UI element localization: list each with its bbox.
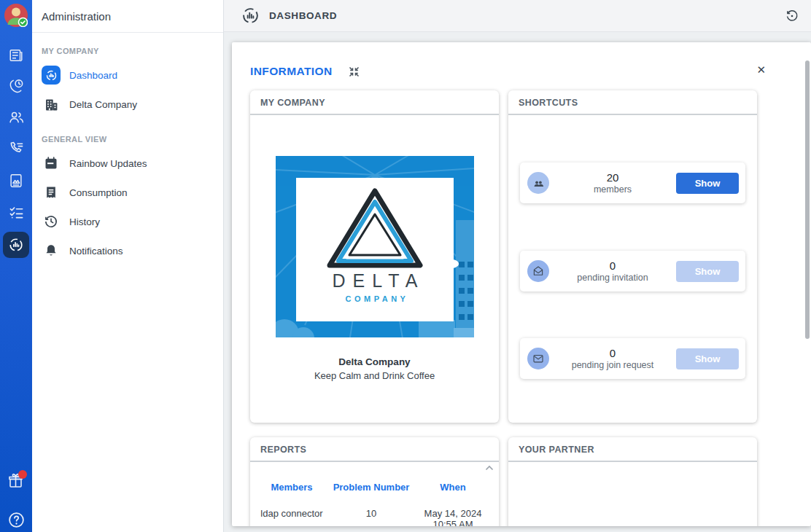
sidebar-item-label: Dashboard bbox=[69, 70, 117, 81]
topbar: DASHBOARD bbox=[224, 0, 811, 32]
building-icon bbox=[42, 95, 61, 114]
svg-text:COMPANY: COMPANY bbox=[345, 294, 408, 303]
sidebar-item-consumption[interactable]: Consumption bbox=[32, 178, 223, 207]
app-rail bbox=[0, 0, 32, 532]
gift-icon[interactable] bbox=[0, 472, 32, 490]
main-area: INFORMATION ✕ MY COMPANY bbox=[224, 32, 811, 532]
cards-grid: MY COMPANY bbox=[250, 90, 757, 526]
members-icon bbox=[527, 172, 549, 194]
shortcut-count: 20 bbox=[549, 171, 676, 184]
sidebar-item-delta-company[interactable]: Delta Company bbox=[32, 90, 223, 119]
history-icon bbox=[42, 212, 61, 231]
cell-when: May 14, 2024 10:55 AM bbox=[412, 508, 494, 526]
company-body: DELTA COMPANY Delta Company Keep Calm an… bbox=[250, 156, 499, 381]
shortcut-row-pending-invitation: 0 pending invitation Show bbox=[520, 251, 745, 292]
my-company-card: MY COMPANY bbox=[250, 90, 499, 423]
envelope-icon bbox=[527, 348, 549, 369]
tasks-icon[interactable] bbox=[0, 204, 32, 221]
section-label-my-company: MY COMPANY bbox=[42, 47, 223, 55]
company-tagline: Keep Calm and Drink Coffee bbox=[250, 370, 499, 381]
sidebar-item-notifications[interactable]: Notifications bbox=[32, 236, 223, 265]
shortcut-row-members: 20 members Show bbox=[520, 163, 745, 203]
card-title: REPORTS bbox=[250, 437, 499, 462]
company-name: Delta Company bbox=[250, 356, 499, 367]
section-label-general-view: GENERAL VIEW bbox=[42, 135, 223, 144]
sidebar-item-label: Consumption bbox=[69, 187, 128, 198]
dashboard-icon bbox=[42, 66, 61, 85]
card-title: SHORTCUTS bbox=[508, 90, 757, 115]
receipt-icon bbox=[42, 183, 61, 202]
reports-table: Members Problem Number When ldap connect… bbox=[250, 482, 499, 526]
shortcut-label: pending invitation bbox=[549, 273, 676, 283]
column-when[interactable]: When bbox=[412, 482, 494, 493]
show-members-button[interactable]: Show bbox=[676, 173, 739, 194]
sidebar-title: Administration bbox=[32, 0, 223, 33]
shortcut-info: 20 members bbox=[549, 171, 676, 195]
information-panel: INFORMATION ✕ MY COMPANY bbox=[232, 42, 811, 526]
your-partner-card: YOUR PARTNER bbox=[508, 437, 757, 526]
cell-when-date: May 14, 2024 bbox=[412, 508, 494, 519]
reports-header-row: Members Problem Number When bbox=[253, 482, 499, 493]
sidebar-item-history[interactable]: History bbox=[32, 207, 223, 236]
calendar-icon bbox=[42, 154, 61, 173]
shortcut-info: 0 pending join request bbox=[549, 347, 676, 370]
history-restore-icon[interactable] bbox=[785, 9, 799, 23]
help-icon[interactable] bbox=[0, 511, 32, 529]
show-pending-invitation-button: Show bbox=[676, 261, 739, 282]
shortcut-label: members bbox=[549, 184, 676, 195]
bell-icon bbox=[42, 241, 61, 260]
show-pending-join-request-button: Show bbox=[676, 348, 739, 369]
rail-dashboard-active[interactable] bbox=[3, 232, 29, 258]
file-icon[interactable] bbox=[0, 173, 32, 189]
shortcut-label: pending join request bbox=[549, 360, 676, 370]
table-row: ldap connector 10 May 14, 2024 10:55 AM bbox=[253, 508, 499, 526]
information-title: INFORMATION bbox=[250, 65, 333, 78]
close-icon[interactable]: ✕ bbox=[756, 63, 766, 77]
people-icon[interactable] bbox=[0, 109, 32, 126]
sidebar-item-label: Delta Company bbox=[69, 99, 137, 110]
dashboard-icon bbox=[241, 7, 260, 25]
shortcuts-card: SHORTCUTS 20 members Show bbox=[508, 90, 757, 423]
card-title: YOUR PARTNER bbox=[508, 437, 757, 462]
page-title: DASHBOARD bbox=[269, 10, 337, 21]
avatar-image bbox=[4, 4, 28, 27]
column-members[interactable]: Members bbox=[253, 482, 330, 493]
sidebar-item-dashboard[interactable]: Dashboard bbox=[32, 60, 223, 90]
dashboard-icon bbox=[8, 237, 24, 253]
svg-text:DELTA: DELTA bbox=[332, 270, 424, 291]
news-icon[interactable] bbox=[0, 47, 32, 63]
phone-log-icon[interactable] bbox=[0, 140, 32, 157]
shortcut-info: 0 pending invitation bbox=[549, 259, 676, 283]
sidebar-item-rainbow-updates[interactable]: Rainbow Updates bbox=[32, 149, 223, 178]
user-avatar[interactable] bbox=[4, 4, 28, 27]
sidebar-item-label: Rainbow Updates bbox=[69, 158, 147, 169]
gift-badge bbox=[18, 470, 27, 479]
cell-when-time: 10:55 AM bbox=[412, 519, 494, 526]
cell-problem-number: 10 bbox=[330, 508, 412, 526]
sidebar-item-label: History bbox=[69, 216, 100, 227]
column-problem-number[interactable]: Problem Number bbox=[330, 482, 412, 493]
sidebar-item-label: Notifications bbox=[69, 246, 123, 257]
company-banner-image: DELTA COMPANY bbox=[276, 156, 474, 337]
chevron-up-icon[interactable] bbox=[485, 465, 494, 471]
open-envelope-icon bbox=[527, 260, 549, 282]
cell-member: ldap connector bbox=[253, 508, 330, 526]
sidebar: Administration MY COMPANY Dashboard bbox=[32, 0, 224, 532]
shortcut-count: 0 bbox=[549, 347, 676, 359]
card-title: MY COMPANY bbox=[250, 90, 499, 115]
shortcut-count: 0 bbox=[549, 259, 676, 272]
reports-card: REPORTS Members Problem Number When ldap… bbox=[250, 437, 499, 526]
call-history-icon[interactable] bbox=[0, 78, 32, 95]
shortcut-row-pending-join-request: 0 pending join request Show bbox=[520, 338, 745, 379]
collapse-icon[interactable] bbox=[349, 66, 360, 77]
panel-scrollbar-thumb[interactable] bbox=[805, 60, 810, 339]
